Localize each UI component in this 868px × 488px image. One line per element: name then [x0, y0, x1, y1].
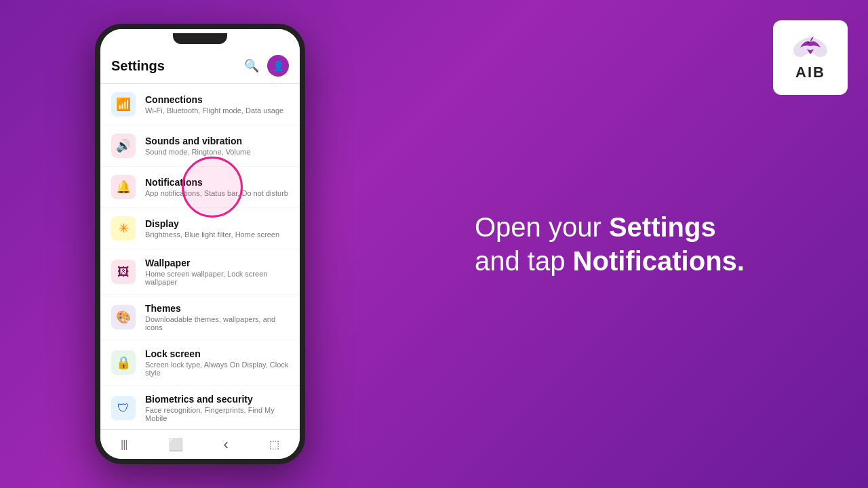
line1-normal: Open your: [475, 212, 609, 242]
display-subtitle: Brightness, Blue light filter, Home scre…: [145, 230, 289, 239]
settings-item-connections[interactable]: 📶 Connections Wi-Fi, Bluetooth, Flight m…: [100, 84, 300, 125]
settings-item-lockscreen[interactable]: 🔒 Lock screen Screen lock type, Always O…: [100, 340, 300, 385]
themes-title: Themes: [145, 303, 289, 314]
settings-item-biometrics[interactable]: 🛡 Biometrics and security Face recogniti…: [100, 386, 300, 429]
sounds-subtitle: Sound mode, Ringtone, Volume: [145, 148, 289, 156]
phone-mockup: Settings 🔍 👤 📶 Connections Wi-Fi, Blueto…: [95, 24, 305, 464]
sounds-text: Sounds and vibration Sound mode, Rington…: [145, 136, 289, 156]
line2-bold: Notifications.: [573, 246, 745, 276]
wallpaper-icon: 🖼: [111, 260, 136, 284]
wallpaper-title: Wallpaper: [145, 258, 289, 268]
connections-title: Connections: [145, 94, 289, 105]
phone-nav-bar: ||| ⬜ ‹ ⬚: [100, 429, 300, 459]
svg-point-0: [808, 42, 810, 44]
settings-item-wallpaper[interactable]: 🖼 Wallpaper Home screen wallpaper, Lock …: [100, 249, 300, 294]
search-icon[interactable]: 🔍: [244, 58, 259, 73]
connections-text: Connections Wi-Fi, Bluetooth, Flight mod…: [145, 94, 289, 115]
biometrics-icon: 🛡: [111, 396, 136, 420]
line2-normal: and tap: [475, 246, 573, 276]
settings-item-display[interactable]: ✳ Display Brightness, Blue light filter,…: [100, 208, 300, 249]
lockscreen-icon: 🔒: [111, 350, 136, 375]
nav-recent-icon[interactable]: ⬚: [269, 438, 279, 451]
header-icons: 🔍 👤: [244, 55, 289, 77]
phone-notch: [173, 33, 227, 44]
nav-menu-icon[interactable]: |||: [121, 439, 127, 451]
aib-bird-icon: [790, 34, 831, 61]
settings-item-sounds[interactable]: 🔊 Sounds and vibration Sound mode, Ringt…: [100, 125, 300, 166]
biometrics-text: Biometrics and security Face recognition…: [145, 394, 289, 422]
themes-subtitle: Downloadable themes, wallpapers, and ico…: [145, 315, 289, 331]
biometrics-subtitle: Face recognition, Fingerprints, Find My …: [145, 406, 289, 422]
instruction-text: Open your Settings and tap Notifications…: [475, 210, 827, 278]
themes-text: Themes Downloadable themes, wallpapers, …: [145, 303, 289, 331]
nav-home-icon[interactable]: ⬜: [168, 437, 183, 452]
nav-back-icon[interactable]: ‹: [224, 436, 229, 453]
biometrics-title: Biometrics and security: [145, 394, 289, 405]
profile-icon[interactable]: 👤: [267, 55, 289, 77]
display-text: Display Brightness, Blue light filter, H…: [145, 218, 289, 239]
lockscreen-title: Lock screen: [145, 348, 289, 359]
lockscreen-text: Lock screen Screen lock type, Always On …: [145, 348, 289, 377]
sounds-title: Sounds and vibration: [145, 136, 289, 146]
page-title: Settings: [111, 58, 165, 74]
line1-bold: Settings: [609, 212, 716, 242]
aib-logo: AIB: [773, 20, 848, 95]
settings-item-notifications[interactable]: 🔔 Notifications App notifications, Statu…: [100, 167, 300, 207]
settings-item-themes[interactable]: 🎨 Themes Downloadable themes, wallpapers…: [100, 295, 300, 340]
themes-icon: 🎨: [111, 305, 136, 329]
connections-icon: 📶: [111, 92, 136, 117]
status-bar: [100, 29, 300, 48]
display-icon: ✳: [111, 216, 136, 241]
notifications-subtitle: App notifications, Status bar, Do not di…: [145, 189, 289, 197]
settings-list: 📶 Connections Wi-Fi, Bluetooth, Flight m…: [100, 84, 300, 429]
phone-body: Settings 🔍 👤 📶 Connections Wi-Fi, Blueto…: [95, 24, 305, 464]
display-title: Display: [145, 218, 289, 229]
right-content: Open your Settings and tap Notifications…: [475, 210, 827, 278]
notifications-title: Notifications: [145, 177, 289, 188]
wallpaper-subtitle: Home screen wallpaper, Lock screen wallp…: [145, 270, 289, 286]
settings-header: Settings 🔍 👤: [100, 48, 300, 84]
lockscreen-subtitle: Screen lock type, Always On Display, Clo…: [145, 361, 289, 377]
connections-subtitle: Wi-Fi, Bluetooth, Flight mode, Data usag…: [145, 106, 289, 115]
sounds-icon: 🔊: [111, 134, 136, 158]
wallpaper-text: Wallpaper Home screen wallpaper, Lock sc…: [145, 258, 289, 286]
notifications-icon: 🔔: [111, 175, 136, 199]
notifications-text: Notifications App notifications, Status …: [145, 177, 289, 197]
aib-brand-text: AIB: [795, 64, 825, 81]
